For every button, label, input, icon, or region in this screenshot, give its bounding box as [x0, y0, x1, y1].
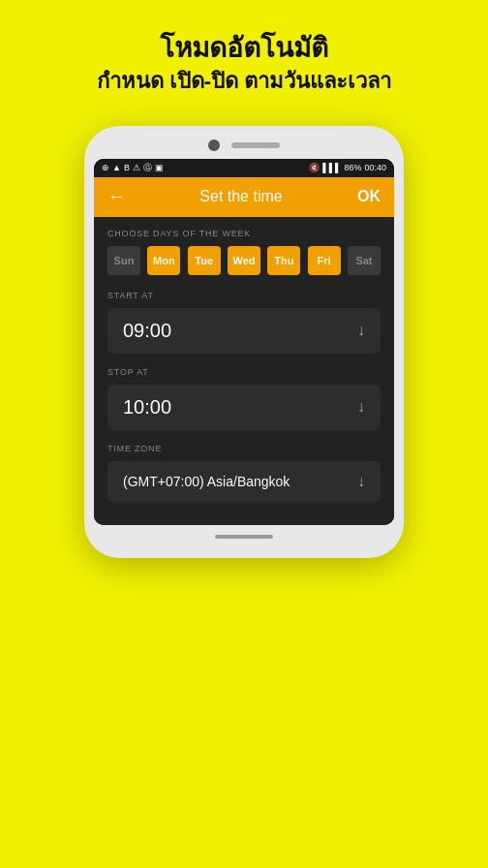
- status-battery: 86%: [344, 163, 361, 172]
- start-at-picker[interactable]: 09:00 ↓: [107, 308, 381, 354]
- status-left-icons: ⊕ ▲ B ⚠ Ⓖ ▣: [102, 162, 164, 174]
- phone-frame: ⊕ ▲ B ⚠ Ⓖ ▣ 🔇 ▌▌▌ 86% 00:40 ← Set the ti…: [84, 126, 404, 558]
- timezone-picker[interactable]: (GMT+07:00) Asia/Bangkok ↓: [107, 461, 381, 502]
- toolbar-title: Set the time: [199, 188, 282, 205]
- status-right-icons: 🔇 ▌▌▌ 86% 00:40: [309, 163, 386, 172]
- start-at-arrow: ↓: [357, 322, 365, 339]
- stop-at-picker[interactable]: 10:00 ↓: [107, 385, 381, 430]
- day-btn-wed[interactable]: Wed: [228, 246, 260, 275]
- day-btn-mon[interactable]: Mon: [147, 246, 180, 275]
- start-at-section: START AT 09:00 ↓: [107, 291, 381, 354]
- home-indicator: [215, 535, 273, 539]
- day-btn-sat[interactable]: Sat: [348, 246, 381, 275]
- timezone-section: TIME ZONE (GMT+07:00) Asia/Bangkok ↓: [107, 444, 381, 502]
- timezone-label: TIME ZONE: [107, 444, 381, 453]
- day-btn-fri[interactable]: Fri: [308, 246, 341, 275]
- ok-button[interactable]: OK: [357, 188, 381, 205]
- screen-content: CHOOSE DAYS OF THE WEEK SunMonTueWedThuF…: [94, 217, 394, 525]
- days-section-label: CHOOSE DAYS OF THE WEEK: [107, 229, 381, 238]
- stop-at-section: STOP AT 10:00 ↓: [107, 367, 381, 430]
- timezone-arrow: ↓: [357, 473, 365, 490]
- status-bar: ⊕ ▲ B ⚠ Ⓖ ▣ 🔇 ▌▌▌ 86% 00:40: [94, 159, 394, 177]
- status-bars-icon: ▌▌▌: [322, 163, 341, 172]
- day-btn-tue[interactable]: Tue: [188, 246, 221, 275]
- start-at-label: START AT: [107, 291, 381, 300]
- status-alert-icon: ⚠: [133, 163, 140, 172]
- toolbar: ← Set the time OK: [94, 177, 394, 217]
- stop-at-arrow: ↓: [357, 398, 365, 416]
- days-row: SunMonTueWedThuFriSat: [107, 246, 381, 275]
- start-at-value: 09:00: [123, 320, 171, 342]
- stop-at-value: 10:00: [123, 396, 171, 418]
- status-wifi-icon: ⊕: [102, 163, 109, 172]
- day-btn-thu[interactable]: Thu: [267, 246, 300, 275]
- stop-at-label: STOP AT: [107, 367, 381, 377]
- phone-screen: ⊕ ▲ B ⚠ Ⓖ ▣ 🔇 ▌▌▌ 86% 00:40 ← Set the ti…: [94, 159, 394, 525]
- day-btn-sun[interactable]: Sun: [107, 246, 140, 275]
- camera-icon: [208, 140, 220, 151]
- status-img-icon: ▣: [155, 163, 164, 172]
- status-a-icon: Ⓖ: [143, 162, 152, 174]
- status-signal-icon: ▲: [112, 163, 121, 172]
- phone-top: [94, 140, 394, 151]
- header-line1: โหมดอัตโนมัติ: [97, 29, 392, 67]
- header-line2: กำหนด เปิด-ปิด ตามวันและเวลา: [97, 67, 392, 97]
- header-block: โหมดอัตโนมัติ กำหนด เปิด-ปิด ตามวันและเว…: [97, 29, 392, 97]
- status-time: 00:40: [364, 163, 386, 172]
- back-button[interactable]: ←: [107, 187, 125, 207]
- status-b-icon: B: [124, 163, 130, 172]
- timezone-value: (GMT+07:00) Asia/Bangkok: [123, 474, 290, 489]
- phone-bottom: [94, 535, 394, 539]
- status-volume-icon: 🔇: [309, 163, 320, 172]
- speaker-icon: [231, 142, 280, 148]
